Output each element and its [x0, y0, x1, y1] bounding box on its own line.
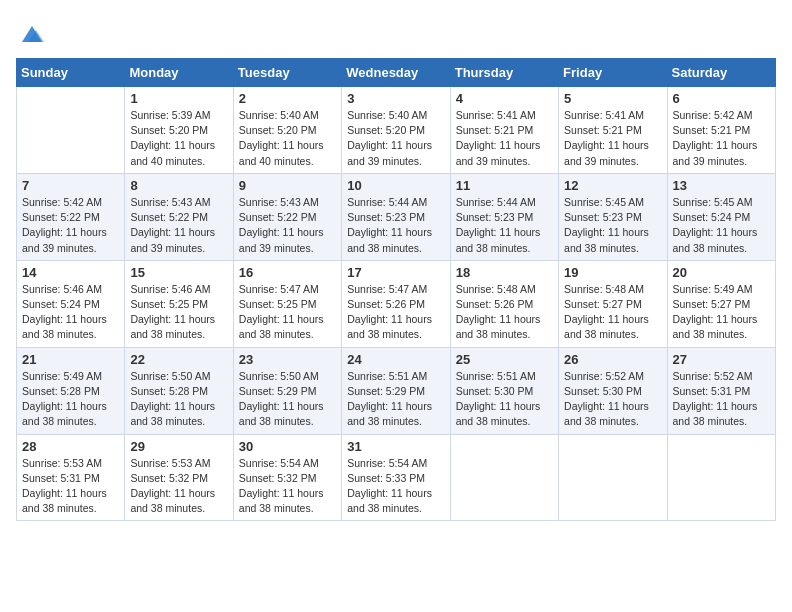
day-number: 2 — [239, 91, 336, 106]
calendar-cell: 16Sunrise: 5:47 AMSunset: 5:25 PMDayligh… — [233, 260, 341, 347]
day-info: Sunrise: 5:43 AMSunset: 5:22 PMDaylight:… — [239, 195, 336, 256]
header-cell-monday: Monday — [125, 59, 233, 87]
calendar-cell: 25Sunrise: 5:51 AMSunset: 5:30 PMDayligh… — [450, 347, 558, 434]
calendar-cell: 18Sunrise: 5:48 AMSunset: 5:26 PMDayligh… — [450, 260, 558, 347]
day-info: Sunrise: 5:44 AMSunset: 5:23 PMDaylight:… — [347, 195, 444, 256]
day-info: Sunrise: 5:52 AMSunset: 5:30 PMDaylight:… — [564, 369, 661, 430]
day-info: Sunrise: 5:49 AMSunset: 5:28 PMDaylight:… — [22, 369, 119, 430]
day-info: Sunrise: 5:50 AMSunset: 5:28 PMDaylight:… — [130, 369, 227, 430]
day-info: Sunrise: 5:39 AMSunset: 5:20 PMDaylight:… — [130, 108, 227, 169]
header-cell-tuesday: Tuesday — [233, 59, 341, 87]
day-info: Sunrise: 5:47 AMSunset: 5:26 PMDaylight:… — [347, 282, 444, 343]
day-number: 10 — [347, 178, 444, 193]
day-number: 20 — [673, 265, 770, 280]
day-info: Sunrise: 5:46 AMSunset: 5:25 PMDaylight:… — [130, 282, 227, 343]
header-cell-saturday: Saturday — [667, 59, 775, 87]
logo — [16, 20, 46, 48]
calendar-cell: 5Sunrise: 5:41 AMSunset: 5:21 PMDaylight… — [559, 87, 667, 174]
week-row-4: 21Sunrise: 5:49 AMSunset: 5:28 PMDayligh… — [17, 347, 776, 434]
calendar-cell: 28Sunrise: 5:53 AMSunset: 5:31 PMDayligh… — [17, 434, 125, 521]
calendar-cell: 12Sunrise: 5:45 AMSunset: 5:23 PMDayligh… — [559, 173, 667, 260]
calendar-cell: 7Sunrise: 5:42 AMSunset: 5:22 PMDaylight… — [17, 173, 125, 260]
week-row-5: 28Sunrise: 5:53 AMSunset: 5:31 PMDayligh… — [17, 434, 776, 521]
calendar-body: 1Sunrise: 5:39 AMSunset: 5:20 PMDaylight… — [17, 87, 776, 521]
header-cell-friday: Friday — [559, 59, 667, 87]
calendar-cell: 19Sunrise: 5:48 AMSunset: 5:27 PMDayligh… — [559, 260, 667, 347]
week-row-3: 14Sunrise: 5:46 AMSunset: 5:24 PMDayligh… — [17, 260, 776, 347]
day-info: Sunrise: 5:47 AMSunset: 5:25 PMDaylight:… — [239, 282, 336, 343]
calendar-cell: 21Sunrise: 5:49 AMSunset: 5:28 PMDayligh… — [17, 347, 125, 434]
calendar-cell: 26Sunrise: 5:52 AMSunset: 5:30 PMDayligh… — [559, 347, 667, 434]
day-number: 3 — [347, 91, 444, 106]
day-number: 16 — [239, 265, 336, 280]
header-cell-thursday: Thursday — [450, 59, 558, 87]
calendar-cell: 8Sunrise: 5:43 AMSunset: 5:22 PMDaylight… — [125, 173, 233, 260]
calendar-cell: 31Sunrise: 5:54 AMSunset: 5:33 PMDayligh… — [342, 434, 450, 521]
day-info: Sunrise: 5:45 AMSunset: 5:24 PMDaylight:… — [673, 195, 770, 256]
day-number: 9 — [239, 178, 336, 193]
day-info: Sunrise: 5:40 AMSunset: 5:20 PMDaylight:… — [239, 108, 336, 169]
calendar-cell: 17Sunrise: 5:47 AMSunset: 5:26 PMDayligh… — [342, 260, 450, 347]
day-number: 27 — [673, 352, 770, 367]
calendar-cell: 4Sunrise: 5:41 AMSunset: 5:21 PMDaylight… — [450, 87, 558, 174]
day-number: 12 — [564, 178, 661, 193]
calendar-cell — [17, 87, 125, 174]
day-number: 25 — [456, 352, 553, 367]
week-row-1: 1Sunrise: 5:39 AMSunset: 5:20 PMDaylight… — [17, 87, 776, 174]
day-number: 5 — [564, 91, 661, 106]
day-info: Sunrise: 5:42 AMSunset: 5:21 PMDaylight:… — [673, 108, 770, 169]
day-number: 7 — [22, 178, 119, 193]
day-number: 19 — [564, 265, 661, 280]
day-number: 17 — [347, 265, 444, 280]
day-info: Sunrise: 5:43 AMSunset: 5:22 PMDaylight:… — [130, 195, 227, 256]
calendar-cell: 15Sunrise: 5:46 AMSunset: 5:25 PMDayligh… — [125, 260, 233, 347]
day-number: 6 — [673, 91, 770, 106]
day-info: Sunrise: 5:41 AMSunset: 5:21 PMDaylight:… — [564, 108, 661, 169]
calendar-cell: 9Sunrise: 5:43 AMSunset: 5:22 PMDaylight… — [233, 173, 341, 260]
day-info: Sunrise: 5:40 AMSunset: 5:20 PMDaylight:… — [347, 108, 444, 169]
day-number: 31 — [347, 439, 444, 454]
calendar-cell: 11Sunrise: 5:44 AMSunset: 5:23 PMDayligh… — [450, 173, 558, 260]
day-info: Sunrise: 5:45 AMSunset: 5:23 PMDaylight:… — [564, 195, 661, 256]
day-info: Sunrise: 5:50 AMSunset: 5:29 PMDaylight:… — [239, 369, 336, 430]
header-cell-wednesday: Wednesday — [342, 59, 450, 87]
calendar-cell: 24Sunrise: 5:51 AMSunset: 5:29 PMDayligh… — [342, 347, 450, 434]
day-number: 26 — [564, 352, 661, 367]
day-number: 30 — [239, 439, 336, 454]
day-number: 23 — [239, 352, 336, 367]
day-number: 11 — [456, 178, 553, 193]
calendar-cell: 20Sunrise: 5:49 AMSunset: 5:27 PMDayligh… — [667, 260, 775, 347]
calendar-cell: 22Sunrise: 5:50 AMSunset: 5:28 PMDayligh… — [125, 347, 233, 434]
day-info: Sunrise: 5:49 AMSunset: 5:27 PMDaylight:… — [673, 282, 770, 343]
day-info: Sunrise: 5:53 AMSunset: 5:31 PMDaylight:… — [22, 456, 119, 517]
day-info: Sunrise: 5:44 AMSunset: 5:23 PMDaylight:… — [456, 195, 553, 256]
day-info: Sunrise: 5:48 AMSunset: 5:27 PMDaylight:… — [564, 282, 661, 343]
day-number: 15 — [130, 265, 227, 280]
day-number: 22 — [130, 352, 227, 367]
day-number: 21 — [22, 352, 119, 367]
day-info: Sunrise: 5:48 AMSunset: 5:26 PMDaylight:… — [456, 282, 553, 343]
header — [16, 16, 776, 48]
day-info: Sunrise: 5:51 AMSunset: 5:29 PMDaylight:… — [347, 369, 444, 430]
calendar-cell: 2Sunrise: 5:40 AMSunset: 5:20 PMDaylight… — [233, 87, 341, 174]
day-info: Sunrise: 5:54 AMSunset: 5:32 PMDaylight:… — [239, 456, 336, 517]
header-cell-sunday: Sunday — [17, 59, 125, 87]
calendar-cell: 27Sunrise: 5:52 AMSunset: 5:31 PMDayligh… — [667, 347, 775, 434]
calendar-cell: 14Sunrise: 5:46 AMSunset: 5:24 PMDayligh… — [17, 260, 125, 347]
day-info: Sunrise: 5:46 AMSunset: 5:24 PMDaylight:… — [22, 282, 119, 343]
calendar-cell — [450, 434, 558, 521]
day-info: Sunrise: 5:41 AMSunset: 5:21 PMDaylight:… — [456, 108, 553, 169]
day-info: Sunrise: 5:54 AMSunset: 5:33 PMDaylight:… — [347, 456, 444, 517]
day-info: Sunrise: 5:42 AMSunset: 5:22 PMDaylight:… — [22, 195, 119, 256]
day-number: 18 — [456, 265, 553, 280]
header-row: SundayMondayTuesdayWednesdayThursdayFrid… — [17, 59, 776, 87]
week-row-2: 7Sunrise: 5:42 AMSunset: 5:22 PMDaylight… — [17, 173, 776, 260]
calendar-cell: 10Sunrise: 5:44 AMSunset: 5:23 PMDayligh… — [342, 173, 450, 260]
day-info: Sunrise: 5:53 AMSunset: 5:32 PMDaylight:… — [130, 456, 227, 517]
day-number: 29 — [130, 439, 227, 454]
day-number: 4 — [456, 91, 553, 106]
calendar-cell — [559, 434, 667, 521]
day-number: 14 — [22, 265, 119, 280]
day-number: 28 — [22, 439, 119, 454]
day-info: Sunrise: 5:51 AMSunset: 5:30 PMDaylight:… — [456, 369, 553, 430]
